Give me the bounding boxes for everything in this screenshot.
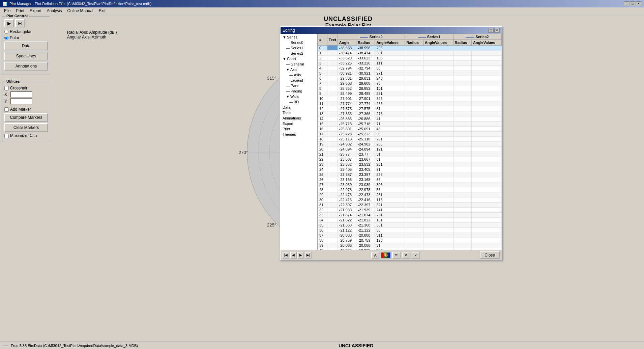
x-input[interactable] (10, 91, 32, 98)
table-row[interactable]: 16 -25.691 -25.691 46 (318, 127, 502, 132)
tree-series0[interactable]: — Series0 (281, 40, 317, 45)
table-row[interactable]: 18 -25.118 -25.118 291 (318, 137, 502, 142)
table-row[interactable]: 30 -22.416 -22.416 116 (318, 197, 502, 203)
y-input[interactable] (10, 98, 32, 104)
minimize-button[interactable]: _ (624, 1, 629, 6)
table-row[interactable]: 22 -23.667 -23.667 61 (318, 157, 502, 162)
tree-print[interactable]: Print (281, 126, 317, 132)
table-row[interactable]: 8 -28.852 -28.852 101 (318, 86, 502, 91)
table-row[interactable]: 38 -20.759 -20.759 126 (318, 238, 502, 243)
tree-export[interactable]: Export (281, 121, 317, 126)
menu-analysis[interactable]: Analysis (44, 8, 65, 14)
table-row[interactable]: 13 -27.366 -27.366 276 (318, 111, 502, 116)
close-button-main[interactable]: ✕ (636, 1, 641, 6)
table-row[interactable]: 20 -24.894 -24.894 121 (318, 147, 502, 152)
table-row[interactable]: 12 -27.575 -27.575 81 (318, 106, 502, 111)
table-row[interactable]: 17 -25.223 -25.223 96 (318, 132, 502, 137)
annotations-button[interactable]: Annotations (4, 62, 48, 71)
table-row[interactable]: 7 -29.608 -29.608 76 (318, 81, 502, 86)
table-row[interactable]: 27 -23.039 -23.039 306 (318, 182, 502, 187)
tree-legend[interactable]: — Legend (281, 78, 317, 83)
maximize-data-item[interactable]: Maximize Data (4, 133, 48, 138)
table-row[interactable]: 29 -22.473 -22.473 251 (318, 192, 502, 197)
table-row[interactable]: 24 -23.405 -23.405 91 (318, 167, 502, 172)
table-row[interactable]: 2 -33.623 -33.623 106 (318, 56, 502, 61)
tree-animations[interactable]: Animations (281, 115, 317, 121)
radio-polar-input[interactable] (4, 36, 8, 40)
add-marker-checkbox[interactable] (4, 107, 9, 112)
clear-markers-button[interactable]: Clear Markers (4, 123, 48, 132)
table-row[interactable]: 37 -20.888 -20.888 311 (318, 233, 502, 238)
table-row[interactable]: 32 -21.939 -21.939 241 (318, 208, 502, 213)
nav-first[interactable]: |◀ (283, 252, 289, 259)
table-row[interactable]: 34 -21.822 -21.822 131 (318, 218, 502, 223)
maximize-data-checkbox[interactable] (4, 134, 9, 138)
nav-last[interactable]: ▶| (305, 252, 312, 259)
close-editing-button[interactable]: Close (480, 251, 500, 259)
radio-rectangular[interactable]: Rectangular (4, 29, 48, 34)
table-row[interactable]: 0 -38.558 -38.558 296 (318, 46, 502, 51)
table-row[interactable]: 35 -21.368 -21.368 331 (318, 223, 502, 228)
crosshair-checkbox[interactable] (4, 86, 9, 90)
table-row[interactable]: 4 -32.794 -32.794 66 (318, 66, 502, 71)
table-row[interactable]: 36 -21.122 -21.122 36 (318, 228, 502, 233)
toolbar-btn-1[interactable]: ▶ (4, 19, 14, 27)
data-table-container[interactable]: # Text Series0 Series1 Series2 (318, 34, 502, 250)
table-row[interactable]: 26 -23.168 -23.168 86 (318, 177, 502, 182)
tree-3d[interactable]: — 3D (281, 99, 317, 105)
table-row[interactable]: 40 -19.985 -19.985 256 (318, 248, 502, 250)
table-row[interactable]: 9 -28.499 -28.499 281 (318, 91, 502, 96)
table-row[interactable]: 11 -27.774 -27.774 286 (318, 101, 502, 106)
table-row[interactable]: 31 -22.397 -22.397 321 (318, 203, 502, 208)
tree-axis-child[interactable]: — Axis (281, 72, 317, 78)
editing-minimize[interactable]: □ (488, 28, 494, 33)
tree-series1[interactable]: — Series1 (281, 45, 317, 51)
tree-walls[interactable]: ▼ Walls (281, 94, 317, 99)
radio-rectangular-input[interactable] (4, 30, 8, 34)
table-row[interactable]: 39 -20.086 -20.086 31 (318, 243, 502, 248)
tree-chart[interactable]: ▼ Chart (281, 56, 317, 61)
tree-axis-parent[interactable]: ▼ Axis (281, 67, 317, 72)
table-row[interactable]: 6 -29.831 -29.831 246 (318, 76, 502, 81)
tree-series[interactable]: ▼ Series (281, 34, 317, 40)
nav-next[interactable]: ▶ (297, 252, 304, 259)
action-edit[interactable]: ✏ (392, 252, 401, 259)
menu-online-manual[interactable]: Online Manual (64, 8, 96, 14)
menu-export[interactable]: Export (27, 8, 44, 14)
tree-pane[interactable]: — Pane (281, 83, 317, 88)
nav-prev[interactable]: ◀ (290, 252, 297, 259)
menu-exit[interactable]: Exit (96, 8, 108, 14)
tree-tools[interactable]: Tools (281, 110, 317, 115)
crosshair-item[interactable]: Crosshair (4, 86, 48, 90)
table-row[interactable]: 33 -21.874 -21.874 231 (318, 213, 502, 218)
toolbar-btn-2[interactable]: ⊞ (15, 19, 25, 27)
action-x[interactable]: ✕ (402, 252, 410, 259)
table-row[interactable]: 5 -30.921 -30.921 271 (318, 71, 502, 76)
table-row[interactable]: 14 -26.886 -26.886 41 (318, 116, 502, 122)
table-row[interactable]: 21 -23.77 -23.77 51 (318, 152, 502, 157)
table-row[interactable]: 28 -22.978 -22.978 56 (318, 187, 502, 192)
compare-markers-button[interactable]: Compare Markers (4, 113, 48, 122)
action-v[interactable]: ✓ (412, 252, 420, 259)
table-row[interactable]: 15 -25.718 -25.718 71 (318, 122, 502, 127)
menu-file[interactable]: File (1, 8, 13, 14)
radio-polar[interactable]: Polar (4, 35, 48, 40)
table-row[interactable]: 23 -23.532 -23.532 261 (318, 162, 502, 167)
data-button[interactable]: Data (4, 42, 48, 50)
tree-general[interactable]: — General (281, 61, 317, 67)
menu-print[interactable]: Print (13, 8, 27, 14)
tree-data[interactable]: Data (281, 105, 317, 110)
table-row[interactable]: 3 -33.226 -33.226 111 (318, 61, 502, 66)
maximize-button[interactable]: □ (630, 1, 635, 6)
editing-close[interactable]: ✕ (494, 28, 500, 33)
table-row[interactable]: 19 -24.982 -24.982 266 (318, 142, 502, 147)
tree-paging[interactable]: — Paging (281, 88, 317, 94)
tree-themes[interactable]: Themes (281, 132, 317, 137)
action-a[interactable]: A (371, 252, 379, 259)
table-row[interactable]: 25 -23.387 -23.387 236 (318, 172, 502, 177)
table-row[interactable]: 1 -38.474 -38.474 301 (318, 51, 502, 56)
spec-lines-button[interactable]: Spec Lines (4, 52, 48, 60)
table-row[interactable]: 10 -27.901 -27.901 326 (318, 96, 502, 101)
action-color[interactable]: 🎨 (381, 252, 391, 259)
tree-series2[interactable]: — Series2 (281, 51, 317, 56)
